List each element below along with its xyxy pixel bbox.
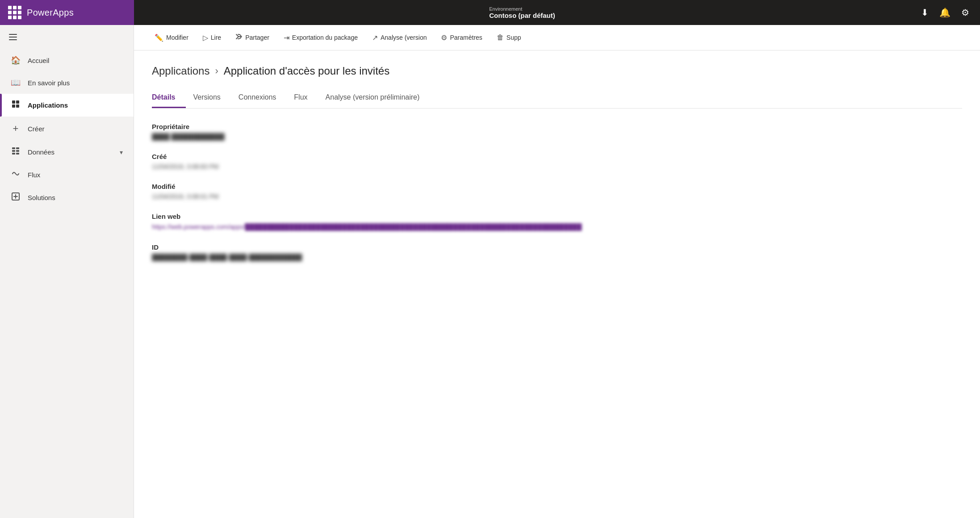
cree-label: Créé xyxy=(152,153,962,160)
field-id: ID ████████-████-████-████-████████████ xyxy=(152,243,962,261)
svg-rect-7 xyxy=(16,150,19,152)
field-cree: Créé 11/04/2019, 3:08:83 PM xyxy=(152,153,962,170)
svg-rect-4 xyxy=(12,147,15,149)
sidebar-item-label: Créer xyxy=(28,125,45,133)
partager-label: Partager xyxy=(245,34,269,41)
svg-rect-1 xyxy=(16,100,19,104)
supp-label: Supp xyxy=(507,34,521,41)
svg-rect-0 xyxy=(12,100,15,104)
tab-flux[interactable]: Flux xyxy=(294,88,318,108)
tab-details[interactable]: Détails xyxy=(152,88,186,108)
home-icon: 🏠 xyxy=(11,55,21,65)
apps-icon xyxy=(11,100,21,110)
notifications-button[interactable]: 🔔 xyxy=(936,4,954,21)
data-icon xyxy=(11,147,21,157)
flux-icon xyxy=(11,170,21,180)
pencil-icon: ✏️ xyxy=(155,33,163,42)
lire-button[interactable]: ▷ Lire xyxy=(197,30,227,46)
topbar-actions: ⬇ 🔔 ⚙ xyxy=(910,4,980,21)
sidebar: 🏠 Accueil 📖 En savoir plus Applications … xyxy=(0,25,134,518)
lien-web-label: Lien web xyxy=(152,213,962,220)
sidebar-item-donnees[interactable]: Données ▾ xyxy=(0,141,134,163)
app-name: PowerApps xyxy=(27,8,74,18)
supprimer-button[interactable]: 🗑 Supp xyxy=(490,30,528,45)
modifie-value: 11/04/2019, 3:08:01 PM xyxy=(152,193,962,200)
field-lien-web: Lien web https://web.powerapps.com/apps/… xyxy=(152,213,962,231)
lire-label: Lire xyxy=(211,34,221,41)
sidebar-item-label: Applications xyxy=(28,101,68,109)
sidebar-item-creer[interactable]: + Créer xyxy=(0,117,134,141)
gear-icon: ⚙ xyxy=(441,33,447,42)
field-modifie: Modifié 11/04/2019, 3:08:01 PM xyxy=(152,183,962,200)
download-button[interactable]: ⬇ xyxy=(917,4,932,21)
page-content: Applications › Application d'accès pour … xyxy=(134,50,980,518)
sidebar-top xyxy=(0,25,134,49)
sidebar-item-accueil[interactable]: 🏠 Accueil xyxy=(0,49,134,71)
sidebar-item-en-savoir-plus[interactable]: 📖 En savoir plus xyxy=(0,71,134,94)
modifie-label: Modifié xyxy=(152,183,962,190)
sidebar-item-applications[interactable]: Applications xyxy=(0,94,134,117)
breadcrumb: Applications › Application d'accès pour … xyxy=(152,65,962,77)
modifier-button[interactable]: ✏️ Modifier xyxy=(148,30,195,46)
settings-button[interactable]: ⚙ xyxy=(958,4,973,21)
tab-versions[interactable]: Versions xyxy=(193,88,231,108)
content-wrapper: 🏠 Accueil 📖 En savoir plus Applications … xyxy=(0,25,980,518)
topbar-center: Environnement Contoso (par défaut) xyxy=(134,6,910,19)
sidebar-item-label: En savoir plus xyxy=(28,79,70,87)
analyse-label: Analyse (version xyxy=(381,34,427,41)
sidebar-item-label: Accueil xyxy=(28,57,49,64)
modifier-label: Modifier xyxy=(166,34,188,41)
exportation-button[interactable]: ⇥ Exportation du package xyxy=(277,30,364,46)
solutions-icon xyxy=(11,192,21,203)
tab-analyse[interactable]: Analyse (version préliminaire) xyxy=(326,88,431,108)
id-label: ID xyxy=(152,243,962,251)
svg-rect-5 xyxy=(16,147,19,149)
topbar: PowerApps Environnement Contoso (par déf… xyxy=(0,0,980,25)
parametres-label: Paramètres xyxy=(450,34,482,41)
sidebar-item-label: Solutions xyxy=(28,194,55,201)
partager-button[interactable]: Partager xyxy=(229,29,276,46)
svg-rect-9 xyxy=(16,153,19,155)
breadcrumb-current: Application d'accès pour les invités xyxy=(224,65,389,77)
sidebar-item-solutions[interactable]: Solutions xyxy=(0,186,134,209)
svg-rect-6 xyxy=(12,150,15,152)
learn-icon: 📖 xyxy=(11,78,21,88)
create-icon: + xyxy=(11,123,21,134)
sidebar-item-flux[interactable]: Flux xyxy=(0,163,134,186)
topbar-logo: PowerApps xyxy=(0,0,134,25)
breadcrumb-separator: › xyxy=(215,65,218,77)
exportation-label: Exportation du package xyxy=(292,34,358,41)
lien-web-value[interactable]: https://web.powerapps.com/apps/█████████… xyxy=(152,223,582,230)
proprietaire-label: Propriétaire xyxy=(152,123,962,130)
share-icon xyxy=(235,33,243,42)
sidebar-item-label: Données xyxy=(28,148,54,156)
env-name: Contoso (par défaut) xyxy=(489,12,555,19)
chevron-down-icon: ▾ xyxy=(120,149,123,156)
tab-connexions[interactable]: Connexions xyxy=(239,88,287,108)
sidebar-item-label: Flux xyxy=(28,171,40,179)
svg-rect-3 xyxy=(16,104,19,108)
proprietaire-value: ████ ████████████ xyxy=(152,133,962,140)
waffle-icon[interactable] xyxy=(8,6,21,19)
svg-rect-2 xyxy=(12,104,15,108)
export-icon: ⇥ xyxy=(284,33,289,42)
main-area: ✏️ Modifier ▷ Lire Partager ⇥ Exportatio… xyxy=(134,25,980,518)
analyse-button[interactable]: ↗ Analyse (version xyxy=(366,30,433,46)
play-icon: ▷ xyxy=(203,33,208,42)
toolbar: ✏️ Modifier ▷ Lire Partager ⇥ Exportatio… xyxy=(134,25,980,50)
topbar-env: Environnement Contoso (par défaut) xyxy=(489,6,555,19)
cree-value: 11/04/2019, 3:08:83 PM xyxy=(152,163,962,170)
id-value: ████████-████-████-████-████████████ xyxy=(152,254,962,261)
breadcrumb-parent[interactable]: Applications xyxy=(152,65,209,77)
hamburger-button[interactable] xyxy=(4,30,22,44)
tabs: Détails Versions Connexions Flux Analyse… xyxy=(152,88,962,109)
field-proprietaire: Propriétaire ████ ████████████ xyxy=(152,123,962,140)
parametres-button[interactable]: ⚙ Paramètres xyxy=(435,30,488,46)
trash-icon: 🗑 xyxy=(497,33,504,42)
analytics-icon: ↗ xyxy=(372,33,378,42)
env-label: Environnement xyxy=(489,6,522,12)
svg-rect-8 xyxy=(12,153,15,155)
